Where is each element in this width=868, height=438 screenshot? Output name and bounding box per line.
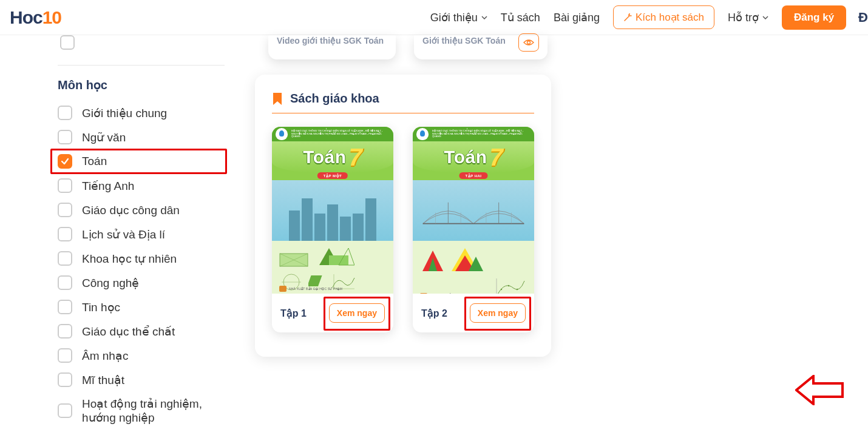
publisher: NHÀ XUẤT BẢN ĐẠI HỌC SƯ PHẠM [420,293,527,294]
book-cover: BỘ GIÁO DỤC THÔNG TIN CHỈ ĐẠO BIÊN SOẠN … [413,127,534,294]
subject-row[interactable]: Tin học [58,295,225,319]
volume-badge: TẬP MỘT [317,172,348,179]
main: Video giới thiệu SGK Toán Giới thiệu SGK… [237,35,868,438]
svg-rect-9 [308,275,322,286]
bridge-art [413,198,534,229]
mini-card-video[interactable]: Video giới thiệu SGK Toán [268,35,396,59]
subject-label: Âm nhạc [82,349,128,363]
svg-point-28 [517,289,518,290]
subject-row[interactable]: Lịch sử và Địa lí [58,222,225,246]
series-logo-icon [416,128,429,140]
nav-support[interactable]: Hỗ trợ [728,11,768,24]
subject-label: Mĩ thuật [82,373,124,387]
book-number: 7 [349,144,362,171]
subject-label: Tiếng Anh [82,179,134,193]
cover-art [413,180,534,241]
chevron-down-icon [481,16,487,19]
book-foot: Tập 1 Xem ngay [272,294,393,332]
checkbox[interactable] [58,372,72,387]
view-now-button[interactable]: Xem ngay [329,303,385,323]
subject-row[interactable]: Âm nhạc [58,343,225,368]
svg-point-27 [508,285,509,286]
book-title-text: Toán [444,147,487,167]
nav-lecture[interactable]: Bài giảng [554,11,600,24]
subject-label: Lịch sử và Địa lí [82,227,165,241]
subject-row[interactable]: Tiếng Anh [58,174,225,198]
nav-bookshelf[interactable]: Tủ sách [501,11,540,24]
logo[interactable]: Hoc10 [10,7,61,28]
cutoff-text: Đ [858,10,868,25]
checkbox[interactable] [58,178,72,193]
checkbox[interactable] [58,130,72,144]
checkbox[interactable] [58,348,72,363]
subject-row[interactable]: Giáo dục công dân [58,198,225,222]
subject-label: Giáo dục công dân [82,203,180,217]
check-icon [61,157,69,166]
book-list: BỘ GIÁO DỤC THÔNG TIN CHỈ ĐẠO BIÊN SOẠN … [272,127,534,332]
annotation-arrow-icon [795,375,844,405]
book-foot: Tập 2 Xem ngay [413,294,534,332]
stray-checkbox-row[interactable] [60,35,225,50]
content: Môn học Giới thiệu chungNgữ vănToánTiếng… [0,35,868,438]
nav: Giới thiệu Tủ sách Bài giảng Kích hoạt s… [430,5,868,30]
checkbox[interactable] [58,300,72,314]
subject-section-title: Môn học [58,78,225,92]
register-button[interactable]: Đăng ký [782,5,846,30]
logo-prefix: Hoc [10,7,42,27]
nav-support-label: Hỗ trợ [728,11,759,24]
chevron-down-icon [762,16,768,19]
cover-top: BỘ GIÁO DỤC THÔNG TIN CHỈ ĐẠO BIÊN SOẠN … [413,127,534,141]
subject-row[interactable]: Giáo dục thể chất [58,319,225,343]
subject-label: Giáo dục thể chất [82,325,175,339]
publisher-logo-icon [420,293,427,294]
checkbox[interactable] [58,106,72,120]
buildings-art [278,195,387,241]
checkbox[interactable] [60,35,75,50]
checkbox[interactable] [58,275,72,290]
nav-intro-label: Giới thiệu [430,11,478,24]
nav-lecture-label: Bài giảng [554,11,600,24]
sidebar: Môn học Giới thiệu chungNgữ vănToánTiếng… [0,35,237,438]
title-band: Toán 7 TẬP MỘT [272,141,393,173]
publisher-logo-icon [279,286,287,292]
view-icon-button[interactable] [518,33,539,52]
cover-bottom: NHÀ XUẤT BẢN ĐẠI HỌC SƯ PHẠM [272,241,393,294]
panel-divider [272,113,534,113]
checkbox[interactable] [58,403,72,418]
bookmark-icon [272,92,283,106]
mini-card-intro[interactable]: Giới thiệu SGK Toán [414,35,548,59]
checkbox[interactable] [58,154,72,169]
register-label: Đăng ký [794,12,834,23]
checkbox[interactable] [58,227,72,241]
subject-label: Ngữ văn [82,130,126,144]
subject-row[interactable]: Ngữ văn [58,125,225,149]
mini-card-title: Giới thiệu SGK Toán [422,36,506,45]
subject-label: Hoạt động trải nghiệm, hướng nghiệp [82,397,225,425]
logo-suffix: 10 [42,7,61,27]
subject-row[interactable]: Hoạt động trải nghiệm, hướng nghiệp [58,392,225,430]
checkbox[interactable] [58,324,72,339]
view-now-label: Xem ngay [478,308,518,318]
panel-title: Sách giáo khoa [290,92,379,106]
activate-book-button[interactable]: Kích hoạt sách [613,5,714,29]
nav-intro[interactable]: Giới thiệu [430,11,487,24]
series-logo-icon [276,128,288,140]
subject-list: Giới thiệu chungNgữ vănToánTiếng AnhGiáo… [58,101,225,430]
view-now-button[interactable]: Xem ngay [470,303,526,323]
subject-row[interactable]: Công nghệ [58,271,225,295]
book-card[interactable]: BỘ GIÁO DỤC THÔNG TIN CHỈ ĐẠO BIÊN SOẠN … [413,127,534,332]
book-cover: BỘ GIÁO DỤC THÔNG TIN CHỈ ĐẠO BIÊN SOẠN … [272,127,393,294]
cover-top: BỘ GIÁO DỤC THÔNG TIN CHỈ ĐẠO BIÊN SOẠN … [272,127,393,141]
subject-row[interactable]: Mĩ thuật [58,368,225,392]
subject-row[interactable]: Toán [58,149,225,174]
book-card[interactable]: BỘ GIÁO DỤC THÔNG TIN CHỈ ĐẠO BIÊN SOẠN … [272,127,393,332]
subject-label: Công nghệ [82,276,139,290]
checkbox[interactable] [58,203,72,217]
checkbox[interactable] [58,251,72,266]
cover-art [272,180,393,241]
subject-row[interactable]: Khoa học tự nhiên [58,246,225,271]
activate-label: Kích hoạt sách [636,11,704,24]
subject-label: Giới thiệu chung [82,106,167,120]
subject-row[interactable]: Giới thiệu chung [58,101,225,125]
book-label: Tập 2 [421,308,447,319]
